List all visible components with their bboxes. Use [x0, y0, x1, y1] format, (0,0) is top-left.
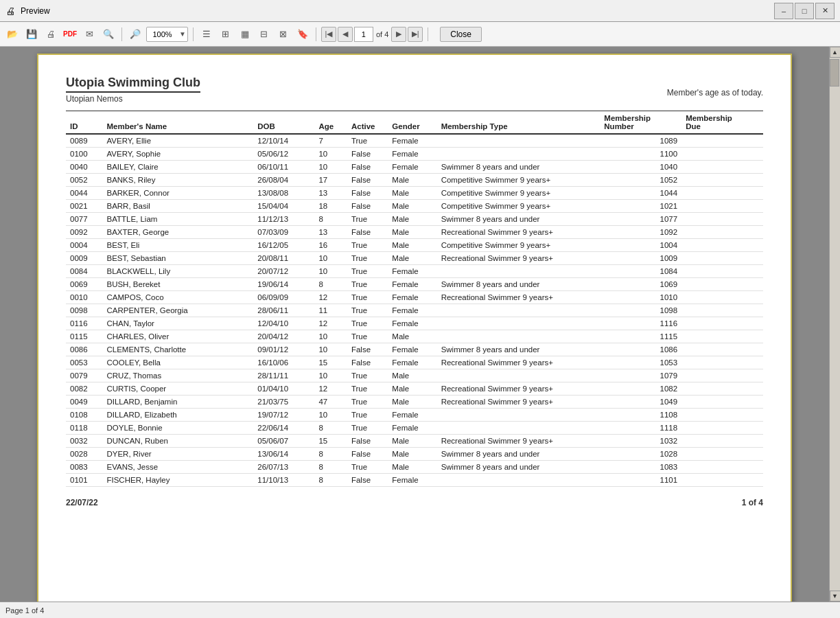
next-page-button[interactable]: ▶	[391, 27, 406, 42]
page-number-input[interactable]: 1	[354, 27, 373, 42]
table-cell	[681, 252, 763, 265]
table-row: 0044BARKER, Connor13/08/0813FalseMaleCom…	[66, 187, 763, 200]
zoom-input[interactable]: 100%	[147, 30, 178, 38]
table-cell: Male	[388, 252, 436, 265]
table-cell: 0069	[66, 278, 102, 291]
table-cell: Female	[388, 148, 436, 161]
table-cell: False	[347, 187, 388, 200]
table-cell	[681, 382, 763, 396]
table-cell: 0116	[66, 317, 102, 330]
view-btn3[interactable]: ▦	[237, 26, 253, 43]
table-cell: 05/06/12	[253, 148, 314, 161]
table-cell	[437, 148, 600, 161]
table-cell: 1115	[600, 330, 681, 343]
view-btn5[interactable]: ⊠	[275, 26, 292, 43]
view-single-button[interactable]: ☰	[198, 26, 215, 43]
table-cell: 10	[314, 330, 347, 343]
print-button[interactable]: 🖨	[43, 26, 59, 43]
close-window-button[interactable]: ✕	[815, 3, 835, 19]
table-cell: 28/06/11	[253, 304, 314, 317]
table-row: 0021BARR, Basil15/04/0418FalseMaleCompet…	[66, 200, 763, 213]
table-cell: True	[347, 278, 388, 291]
main-area: Utopia Swimming Club Utopian Nemos Membe…	[0, 47, 840, 602]
table-cell	[681, 226, 763, 239]
table-cell: 0100	[66, 148, 102, 161]
table-cell: Female	[388, 265, 436, 278]
table-cell: False	[347, 148, 388, 161]
table-cell: 19/06/14	[253, 278, 314, 291]
bookmark-button[interactable]: 🔖	[294, 26, 311, 43]
table-row: 0108DILLARD, Elizabeth19/07/1210TrueFema…	[66, 409, 763, 422]
zoom-down-arrow[interactable]: ▼	[178, 30, 187, 38]
table-cell: True	[347, 239, 388, 252]
table-cell	[681, 317, 763, 330]
table-cell: 10	[314, 252, 347, 265]
table-cell	[681, 330, 763, 343]
table-cell: 0101	[66, 474, 102, 487]
table-body: 0089AVERY, Ellie12/10/147TrueFemale10890…	[66, 134, 763, 487]
zoom-control: 100% ▼	[146, 27, 188, 42]
maximize-button[interactable]: □	[795, 3, 814, 19]
table-cell: 0118	[66, 422, 102, 435]
table-cell: 1069	[600, 278, 681, 291]
email-button[interactable]: ✉	[81, 26, 97, 43]
table-cell: 1044	[600, 187, 681, 200]
table-cell: Recreational Swimmer 9 years+	[437, 382, 600, 396]
open-button[interactable]: 📂	[4, 26, 21, 43]
table-header-row: ID Member's Name DOB Age Active Gender M…	[66, 111, 763, 135]
table-cell: Male	[388, 448, 436, 461]
table-cell: True	[347, 213, 388, 226]
table-row: 0049DILLARD, Benjamin21/03/7547TrueMaleR…	[66, 396, 763, 409]
zoom-search-button[interactable]: 🔎	[127, 26, 143, 43]
table-row: 0118DOYLE, Bonnie22/06/148TrueFemale1118	[66, 422, 763, 435]
table-row: 0098CARPENTER, Georgia28/06/1111TrueFema…	[66, 304, 763, 317]
table-cell: Swimmer 8 years and under	[437, 278, 600, 291]
search-button[interactable]: 🔍	[100, 26, 117, 43]
table-cell: False	[347, 200, 388, 213]
view-multi-button[interactable]: ⊞	[218, 26, 234, 43]
table-cell	[681, 148, 763, 161]
table-cell	[681, 200, 763, 213]
table-row: 0009BEST, Sebastian20/08/1110TrueMaleRec…	[66, 252, 763, 265]
scroll-up-arrow[interactable]: ▲	[830, 47, 841, 58]
table-cell: Recreational Swimmer 9 years+	[437, 356, 600, 369]
prev-page-button[interactable]: ◀	[338, 27, 353, 42]
view-btn4[interactable]: ⊟	[256, 26, 272, 43]
table-cell: False	[347, 474, 388, 487]
table-cell: 0021	[66, 200, 102, 213]
table-cell: BARKER, Connor	[102, 187, 253, 200]
pdf-button[interactable]: PDF	[62, 26, 78, 43]
table-cell: 0010	[66, 291, 102, 304]
table-cell: 10	[314, 409, 347, 422]
save-button[interactable]: 💾	[23, 26, 40, 43]
scroll-track	[830, 58, 840, 591]
table-cell: True	[347, 461, 388, 474]
scroll-down-arrow[interactable]: ▼	[830, 591, 841, 602]
table-cell: 0086	[66, 343, 102, 356]
last-page-button[interactable]: ▶|	[408, 27, 423, 42]
first-page-button[interactable]: |◀	[321, 27, 336, 42]
table-cell	[437, 317, 600, 330]
table-cell: Competitive Swimmer 9 years+	[437, 174, 600, 187]
scroll-thumb[interactable]	[830, 59, 839, 87]
table-cell: Recreational Swimmer 9 years+	[437, 226, 600, 239]
table-row: 0069BUSH, Bereket19/06/148TrueFemaleSwim…	[66, 278, 763, 291]
table-cell: 26/07/13	[253, 461, 314, 474]
table-cell: 8	[314, 278, 347, 291]
table-cell: 1082	[600, 382, 681, 396]
table-cell: FISCHER, Hayley	[102, 474, 253, 487]
table-cell: 0108	[66, 409, 102, 422]
table-cell: 12	[314, 317, 347, 330]
table-cell: 11/12/13	[253, 213, 314, 226]
th-active: Active	[347, 111, 388, 135]
table-cell: 1083	[600, 461, 681, 474]
table-cell: 8	[314, 213, 347, 226]
table-cell: 12	[314, 382, 347, 396]
close-preview-button[interactable]: Close	[440, 27, 482, 42]
table-row: 0100AVERY, Sophie05/06/1210FalseFemale11…	[66, 148, 763, 161]
table-row: 0083EVANS, Jesse26/07/138TrueMaleSwimmer…	[66, 461, 763, 474]
table-cell: Female	[388, 409, 436, 422]
table-cell: 11	[314, 304, 347, 317]
scrollbar-right: ▲ ▼	[829, 47, 840, 602]
minimize-button[interactable]: –	[774, 3, 793, 19]
